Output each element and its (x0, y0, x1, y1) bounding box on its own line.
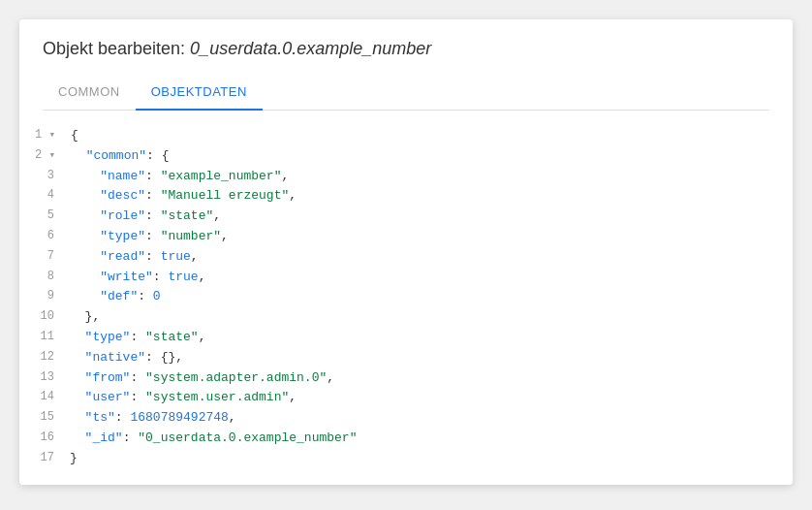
code-line: 9 "def": 0 (19, 287, 793, 307)
line-content: }, (70, 307, 100, 328)
code-line: 5 "role": "state", (19, 207, 793, 227)
code-editor: 1 ▾{2 ▾ "common": {3 "name": "example_nu… (19, 126, 793, 469)
line-content: "native": {}, (70, 348, 183, 368)
code-line: 17} (19, 449, 793, 469)
line-number: 15 (35, 408, 70, 427)
code-line: 6 "type": "number", (19, 227, 793, 247)
panel-title: Objekt bearbeiten: 0_userdata.0.example_… (43, 39, 769, 59)
line-content: "user": "system.user.admin", (70, 388, 297, 408)
line-content: "ts": 1680789492748, (70, 408, 236, 429)
code-line: 8 "write": true, (19, 268, 793, 288)
line-number: 11 (35, 328, 70, 346)
line-number: 14 (35, 388, 70, 406)
line-number: 13 (35, 368, 70, 387)
line-content: { (71, 126, 78, 146)
code-line: 1 ▾{ (19, 126, 793, 146)
panel-header: Objekt bearbeiten: 0_userdata.0.example_… (19, 19, 793, 111)
line-content: "type": "state", (70, 328, 205, 348)
line-content: } (70, 449, 78, 469)
line-content: "write": true, (70, 268, 205, 288)
line-number: 17 (35, 449, 70, 467)
line-content: "desc": "Manuell erzeugt", (70, 186, 297, 207)
line-number: 12 (35, 348, 70, 367)
line-number: 6 (35, 227, 70, 245)
line-number: 10 (35, 307, 70, 326)
code-line: 7 "read": true, (19, 247, 793, 268)
tab-objektdaten[interactable]: OBJEKTDATEN (136, 75, 263, 111)
line-content: "def": 0 (70, 287, 161, 307)
panel-body: 1 ▾{2 ▾ "common": {3 "name": "example_nu… (19, 111, 793, 485)
line-number: 16 (35, 429, 70, 447)
line-number: 5 (35, 207, 70, 225)
code-line: 16 "_id": "0_userdata.0.example_number" (19, 429, 793, 449)
line-content: "name": "example_number", (70, 167, 289, 187)
line-number: 7 (35, 247, 70, 266)
code-line: 15 "ts": 1680789492748, (19, 408, 793, 429)
line-number: 2 ▾ (35, 146, 71, 165)
line-content: "_id": "0_userdata.0.example_number" (70, 429, 357, 449)
code-line: 3 "name": "example_number", (19, 167, 793, 187)
line-number: 1 ▾ (35, 126, 71, 144)
code-line: 2 ▾ "common": { (19, 146, 793, 167)
panel: Objekt bearbeiten: 0_userdata.0.example_… (19, 19, 793, 485)
line-content: "role": "state", (70, 207, 221, 227)
tabs: COMMON OBJEKTDATEN (43, 75, 769, 111)
line-number: 4 (35, 186, 70, 205)
line-number: 3 (35, 167, 70, 185)
line-number: 9 (35, 287, 70, 305)
line-number: 8 (35, 268, 70, 286)
tab-common[interactable]: COMMON (43, 75, 136, 111)
line-content: "read": true, (70, 247, 199, 268)
line-content: "common": { (71, 146, 169, 167)
line-content: "from": "system.adapter.admin.0", (70, 368, 334, 389)
code-line: 12 "native": {}, (19, 348, 793, 368)
code-line: 14 "user": "system.user.admin", (19, 388, 793, 408)
code-line: 4 "desc": "Manuell erzeugt", (19, 186, 793, 207)
code-line: 10 }, (19, 307, 793, 328)
code-line: 11 "type": "state", (19, 328, 793, 348)
code-line: 13 "from": "system.adapter.admin.0", (19, 368, 793, 389)
line-content: "type": "number", (70, 227, 229, 247)
